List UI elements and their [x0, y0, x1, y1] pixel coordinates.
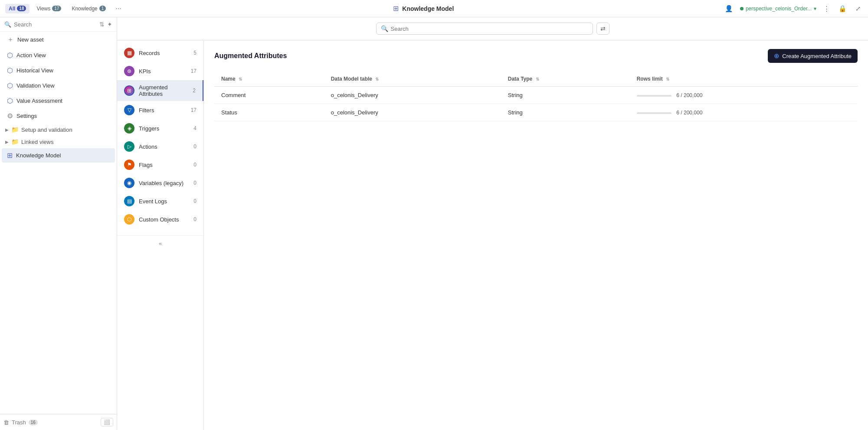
- tab-views[interactable]: Views 17: [33, 4, 65, 13]
- category-item-custom-objects[interactable]: ⬡ Custom Objects 0: [117, 210, 203, 228]
- category-item-event-logs[interactable]: ▤ Event Logs 0: [117, 192, 203, 210]
- sidebar-item-action-view[interactable]: ⬡ Action View: [2, 48, 115, 62]
- expand-icon[interactable]: ⤢: [854, 3, 863, 14]
- chevron-right-icon: ▶: [5, 127, 9, 132]
- content-area: 🔍 ⇄ ▦ Records 5 ⊛ KPIs 17 ⊞: [117, 17, 868, 430]
- column-label-data-type: Data Type: [508, 76, 532, 82]
- sidebar-group-linked-views[interactable]: ▶ 📁 Linked views: [0, 136, 117, 148]
- sidebar-group-setup-validation[interactable]: ▶ 📁 Setup and validation: [0, 124, 117, 136]
- sidebar-item-new-asset[interactable]: ＋ New asset: [2, 32, 115, 47]
- tab-views-label: Views: [36, 6, 50, 12]
- folder-icon-setup: 📁: [11, 126, 19, 133]
- main-data-panel: Augmented Attributes ⊕ Create Augmented …: [204, 40, 868, 430]
- sidebar-item-value-assessment[interactable]: ⬡ Value Assessment: [2, 94, 115, 108]
- search-bar-icon: 🔍: [381, 25, 388, 32]
- perspective-status-dot: [740, 7, 744, 10]
- sidebar-group-label-linked: Linked views: [21, 139, 53, 145]
- category-count-kpis: 17: [191, 68, 197, 74]
- add-icon[interactable]: ✦: [107, 21, 112, 28]
- categories-panel: ▦ Records 5 ⊛ KPIs 17 ⊞ Augmented Attrib…: [117, 40, 204, 430]
- records-icon: ▦: [124, 48, 134, 58]
- cell-rows-limit-1: 6 / 200,000: [630, 104, 858, 121]
- historical-view-icon: ⬡: [7, 66, 13, 75]
- kebab-menu-button[interactable]: ⋮: [822, 3, 832, 14]
- sort-icon[interactable]: ⇅: [99, 21, 105, 28]
- column-header-name[interactable]: Name ⇅: [214, 72, 324, 87]
- content-topbar: 🔍 ⇄: [117, 17, 868, 40]
- sidebar-item-label-validation-view: Validation View: [16, 82, 110, 89]
- sidebar-item-label-action-view: Action View: [16, 52, 110, 59]
- sidebar-item-label-new-asset: New asset: [17, 36, 110, 43]
- top-bar-right: 👤 perspective_celonis_Order... ▾ ⋮ 🔒 ⤢: [723, 3, 863, 14]
- sort-icon-data-type: ⇅: [536, 77, 539, 81]
- sidebar-item-historical-view[interactable]: ⬡ Historical View: [2, 63, 115, 78]
- category-item-records[interactable]: ▦ Records 5: [117, 44, 203, 62]
- search-input[interactable]: [391, 26, 588, 32]
- sidebar-search-input[interactable]: [14, 21, 97, 28]
- table-header-row: Name ⇅ Data Model table ⇅ Data Type ⇅: [214, 72, 858, 87]
- trash-badge: 16: [29, 420, 38, 425]
- category-count-custom-objects: 0: [193, 216, 197, 222]
- knowledge-model-icon: ⊞: [7, 151, 13, 160]
- category-item-filters[interactable]: ▽ Filters 17: [117, 101, 203, 119]
- tab-all[interactable]: All 18: [5, 4, 29, 13]
- category-label-triggers: Triggers: [139, 125, 189, 132]
- trash-label: Trash: [12, 419, 26, 426]
- category-count-triggers: 4: [193, 125, 197, 131]
- category-item-variables[interactable]: ◉ Variables (legacy) 0: [117, 174, 203, 192]
- category-item-flags[interactable]: ⚑ Flags 0: [117, 156, 203, 174]
- category-label-kpis: KPIs: [139, 68, 187, 75]
- collapse-categories-button[interactable]: «: [117, 235, 203, 251]
- category-item-actions[interactable]: ▷ Actions 0: [117, 137, 203, 156]
- validation-view-icon: ⬡: [7, 81, 13, 90]
- cell-name-0: Comment: [214, 87, 324, 104]
- category-count-records: 5: [193, 50, 197, 56]
- sort-icon-name: ⇅: [239, 77, 242, 81]
- settings-icon: ⚙: [7, 112, 13, 120]
- share-icon[interactable]: 👤: [723, 3, 735, 14]
- search-bar: 🔍: [376, 23, 593, 35]
- tab-knowledge[interactable]: Knowledge 1: [68, 4, 109, 13]
- folder-icon-linked: 📁: [11, 138, 19, 145]
- sidebar-group-label-setup: Setup and validation: [21, 127, 72, 133]
- cell-data-model-table-1: o_celonis_Delivery: [324, 104, 501, 121]
- create-augmented-attribute-button[interactable]: ⊕ Create Augmented Attribute: [768, 49, 858, 63]
- category-label-flags: Flags: [139, 162, 189, 168]
- lock-icon[interactable]: 🔒: [837, 3, 848, 14]
- perspective-selector[interactable]: perspective_celonis_Order... ▾: [740, 6, 816, 12]
- actions-icon: ▷: [124, 141, 134, 152]
- tab-knowledge-label: Knowledge: [72, 6, 97, 12]
- progress-bar-1: [637, 112, 671, 114]
- sidebar-item-knowledge-model[interactable]: ⊞ Knowledge Model: [2, 148, 115, 163]
- sidebar-item-label-knowledge-model: Knowledge Model: [16, 152, 110, 159]
- column-header-rows-limit[interactable]: Rows limit ⇅: [630, 72, 858, 87]
- collapse-sidebar-button[interactable]: ⬜: [101, 418, 113, 427]
- page-title-bar: ⊞ Knowledge Model: [393, 4, 454, 13]
- augmented-attributes-table: Name ⇅ Data Model table ⇅ Data Type ⇅: [214, 72, 858, 121]
- category-item-triggers[interactable]: ◈ Triggers 4: [117, 119, 203, 137]
- column-header-data-type[interactable]: Data Type ⇅: [501, 72, 630, 87]
- category-item-kpis[interactable]: ⊛ KPIs 17: [117, 62, 203, 80]
- perspective-label: perspective_celonis_Order...: [746, 6, 812, 12]
- triggers-icon: ◈: [124, 123, 134, 134]
- chevron-right-icon-2: ▶: [5, 140, 9, 144]
- sidebar-item-settings[interactable]: ⚙ Settings: [2, 109, 115, 123]
- category-count-actions: 0: [193, 143, 197, 150]
- category-count-filters: 17: [191, 107, 197, 113]
- progress-bar-0: [637, 95, 671, 97]
- sort-icon-rows-limit: ⇅: [666, 77, 669, 81]
- tab-views-badge: 17: [52, 6, 61, 11]
- sidebar: 🔍 ⇅ ✦ ＋ New asset ⬡ Action View ⬡ Histor…: [0, 17, 117, 430]
- sidebar-item-validation-view[interactable]: ⬡ Validation View: [2, 78, 115, 93]
- event-logs-icon: ▤: [124, 196, 134, 206]
- trash-item[interactable]: 🗑 Trash 16: [3, 419, 38, 426]
- category-item-augmented-attributes[interactable]: ⊞ Augmented Attributes 2: [117, 80, 203, 101]
- more-tabs-button[interactable]: ···: [113, 4, 124, 13]
- cell-name-1: Status: [214, 104, 324, 121]
- sidebar-item-label-settings: Settings: [16, 113, 110, 119]
- transfer-icon-button[interactable]: ⇄: [596, 23, 609, 35]
- table-row: Status o_celonis_Delivery String 6 / 200…: [214, 104, 858, 121]
- column-header-data-model-table[interactable]: Data Model table ⇅: [324, 72, 501, 87]
- category-label-event-logs: Event Logs: [139, 198, 189, 205]
- cell-data-type-1: String: [501, 104, 630, 121]
